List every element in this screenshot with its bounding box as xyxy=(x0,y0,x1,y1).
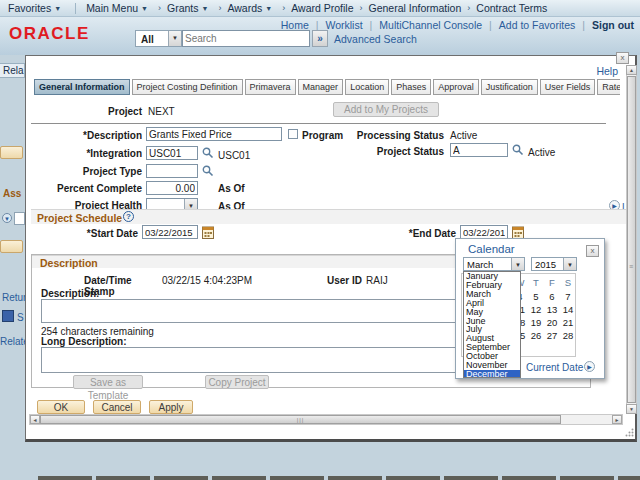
calendar-day-cell[interactable]: 19 xyxy=(528,316,544,329)
calendar-month-select[interactable]: March ▼ xyxy=(463,257,525,271)
end-date-input[interactable] xyxy=(460,225,508,239)
save-as-template-button[interactable]: Save as Template xyxy=(73,375,143,389)
vertical-scrollbar-thumb[interactable]: ≡ xyxy=(627,76,636,403)
chevron-down-icon[interactable]: ▼ xyxy=(563,258,576,270)
calendar-day-cell[interactable]: 5 xyxy=(528,290,544,303)
description-field-label: Description: xyxy=(41,288,131,299)
tab-primavera[interactable]: Primavera xyxy=(245,79,296,95)
tab-rates[interactable]: Rates xyxy=(597,79,620,95)
background-return-link[interactable]: Retur xyxy=(2,292,26,303)
chevron-down-icon[interactable]: ▼ xyxy=(511,258,524,270)
calendar-day-cell[interactable] xyxy=(544,342,560,355)
calendar-day-cell[interactable]: 6 xyxy=(544,290,560,303)
project-schedule-section-header: Project Schedule ? xyxy=(31,209,627,224)
multichannel-console-link[interactable]: MultiChannel Console xyxy=(379,19,482,31)
search-go-button[interactable]: » xyxy=(312,30,328,47)
lookup-icon[interactable] xyxy=(202,165,214,177)
background-save-link[interactable]: S xyxy=(17,312,24,323)
lookup-icon[interactable] xyxy=(512,144,524,156)
project-type-label: Project Type xyxy=(26,166,142,177)
breadcrumb-awards[interactable]: Awards xyxy=(227,2,262,14)
month-option-selected[interactable]: December xyxy=(464,370,520,378)
background-related-tab[interactable]: Rela xyxy=(0,63,25,78)
divider xyxy=(75,3,76,14)
calendar-day-cell[interactable]: 12 xyxy=(528,303,544,316)
breadcrumb-separator-icon: › xyxy=(467,3,470,13)
horizontal-scrollbar-thumb[interactable]: ||| xyxy=(40,415,561,424)
resize-grip-icon[interactable] xyxy=(625,428,634,437)
apply-button[interactable]: Apply xyxy=(149,400,193,414)
background-expand-icon[interactable]: ▼ xyxy=(2,213,12,223)
tab-phases[interactable]: Phases xyxy=(391,79,431,95)
chevron-down-icon[interactable]: ▼ xyxy=(168,31,181,46)
calendar-day-cell[interactable]: 13 xyxy=(544,303,560,316)
ok-button[interactable]: OK xyxy=(37,400,85,414)
breadcrumb-separator-icon: › xyxy=(282,3,285,13)
description-input[interactable] xyxy=(146,127,282,141)
breadcrumb-grants[interactable]: Grants xyxy=(167,2,199,14)
calendar-day-cell[interactable] xyxy=(560,342,576,355)
next-date-icon[interactable]: ▶ xyxy=(584,361,595,372)
start-date-input[interactable] xyxy=(142,225,198,239)
calendar-day-cell[interactable]: 26 xyxy=(528,329,544,342)
project-status-input[interactable] xyxy=(450,143,508,157)
chevron-down-icon: ▼ xyxy=(202,5,209,12)
top-links: Home|Worklist|MultiChannel Console|Add t… xyxy=(281,19,634,31)
advanced-search-link[interactable]: Advanced Search xyxy=(334,33,417,45)
tab-project-costing-definition[interactable]: Project Costing Definition xyxy=(132,79,243,95)
add-to-favorites-link[interactable]: Add to Favorites xyxy=(499,19,575,31)
month-dropdown-list: January February March April May June Ju… xyxy=(463,271,521,378)
breadcrumb-favorites[interactable]: Favorites xyxy=(8,2,51,14)
calendar-day-cell[interactable]: 7 xyxy=(560,290,576,303)
help-link[interactable]: Help xyxy=(566,65,618,77)
modal-close-icon[interactable]: x xyxy=(616,52,629,64)
tab-manager[interactable]: Manager xyxy=(298,79,344,95)
breadcrumb-main-menu[interactable]: Main Menu xyxy=(86,2,138,14)
percent-complete-input[interactable] xyxy=(146,181,198,195)
background-button-fragment[interactable] xyxy=(0,146,23,159)
calendar-close-icon[interactable]: x xyxy=(586,245,599,257)
scrollbar-grip-icon: ≡ xyxy=(629,263,633,270)
scroll-down-icon[interactable]: ▼ xyxy=(626,404,637,414)
tab-approval[interactable]: Approval xyxy=(433,79,479,95)
project-type-input[interactable] xyxy=(146,164,198,178)
calendar-day-cell[interactable]: 21 xyxy=(560,316,576,329)
breadcrumb-contract-terms[interactable]: Contract Terms xyxy=(476,2,547,14)
help-icon[interactable]: ? xyxy=(123,211,134,222)
day-header: T xyxy=(528,276,544,289)
calendar-day-cell[interactable] xyxy=(528,342,544,355)
project-label: Project xyxy=(26,106,142,117)
calendar-picker-icon[interactable] xyxy=(202,226,214,239)
background-input-fragment[interactable] xyxy=(14,212,25,225)
lookup-icon[interactable] xyxy=(202,147,214,159)
horizontal-scrollbar[interactable]: ◄ ||| ► xyxy=(29,414,623,425)
scroll-right-icon[interactable]: ► xyxy=(612,415,622,424)
background-button-fragment[interactable] xyxy=(0,240,23,253)
current-date-link[interactable]: Current Date xyxy=(526,362,583,373)
copy-project-button[interactable]: Copy Project xyxy=(205,375,269,389)
tab-user-fields[interactable]: User Fields xyxy=(540,79,596,95)
breadcrumb-separator-icon: › xyxy=(218,3,221,13)
calendar-day-cell[interactable]: 27 xyxy=(544,329,560,342)
worklist-link[interactable]: Worklist xyxy=(325,19,362,31)
calendar-day-cell[interactable]: 14 xyxy=(560,303,576,316)
cancel-button[interactable]: Cancel xyxy=(93,400,141,414)
calendar-year-select[interactable]: 2015 ▼ xyxy=(531,257,577,271)
scroll-up-icon[interactable]: ▲ xyxy=(626,65,637,75)
save-icon[interactable] xyxy=(2,310,14,322)
scroll-left-icon[interactable]: ◄ xyxy=(30,415,40,424)
sign-out-link[interactable]: Sign out xyxy=(592,19,634,31)
tab-justification[interactable]: Justification xyxy=(481,79,538,95)
add-to-my-projects-button[interactable]: Add to My Projects xyxy=(333,102,439,117)
tab-general-information[interactable]: General Information xyxy=(34,79,130,95)
vertical-scrollbar[interactable]: ▲ ≡ ▼ xyxy=(626,65,637,414)
tab-location[interactable]: Location xyxy=(345,79,389,95)
program-checkbox[interactable] xyxy=(288,129,298,139)
search-input[interactable] xyxy=(182,30,310,47)
calendar-day-cell[interactable]: 20 xyxy=(544,316,560,329)
breadcrumb-general-information[interactable]: General Information xyxy=(369,2,462,14)
integration-input[interactable] xyxy=(146,146,198,160)
breadcrumb-award-profile[interactable]: Award Profile xyxy=(291,2,353,14)
calendar-day-cell[interactable]: 28 xyxy=(560,329,576,342)
search-scope-select[interactable]: All ▼ xyxy=(135,30,182,47)
